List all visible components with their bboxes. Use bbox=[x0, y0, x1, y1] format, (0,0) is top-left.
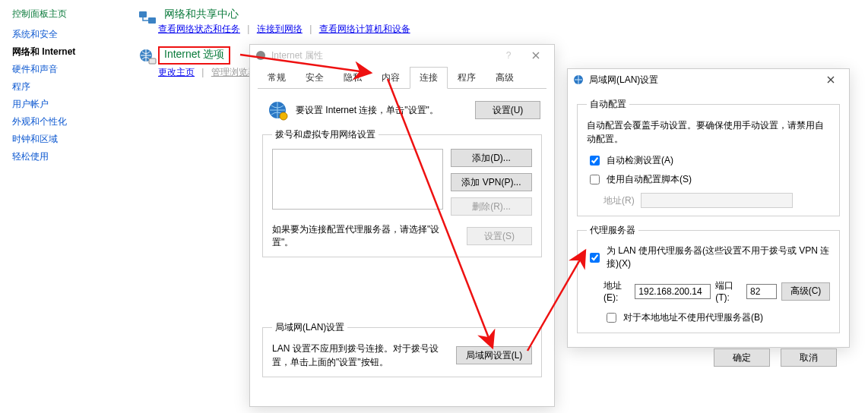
sidebar-item-ease-of-access[interactable]: 轻松使用 bbox=[12, 150, 122, 163]
globe-icon bbox=[267, 99, 288, 121]
sidebar-item-programs[interactable]: 程序 bbox=[12, 80, 122, 93]
cancel-button[interactable]: 取消 bbox=[781, 348, 837, 367]
lan-settings-button[interactable]: 局域网设置(L) bbox=[456, 346, 532, 364]
svg-point-6 bbox=[280, 112, 287, 120]
script-address-input bbox=[641, 193, 793, 208]
remove-button: 删除(R)... bbox=[451, 197, 532, 216]
script-address-label: 地址(R) bbox=[603, 194, 635, 207]
lan-close-button[interactable] bbox=[817, 71, 844, 89]
link-view-network-status[interactable]: 查看网络状态和任务 bbox=[158, 24, 240, 34]
tab-connections[interactable]: 连接 bbox=[410, 67, 448, 89]
proxy-port-input[interactable] bbox=[746, 284, 777, 299]
dialog-icon bbox=[255, 49, 267, 61]
bypass-local-checkbox[interactable]: 对于本地地址不使用代理服务器(B) bbox=[603, 311, 763, 325]
proxy-note: 如果要为连接配置代理服务器，请选择"设置"。 bbox=[272, 223, 459, 249]
tab-advanced[interactable]: 高级 bbox=[486, 67, 524, 89]
internet-options-icon bbox=[137, 46, 158, 68]
settings-button: 设置(S) bbox=[467, 227, 532, 245]
svg-rect-0 bbox=[139, 11, 147, 17]
lan-note: LAN 设置不应用到拨号连接。对于拨号设置，单击上面的"设置"按钮。 bbox=[272, 342, 448, 369]
use-script-input[interactable] bbox=[590, 175, 600, 184]
use-proxy-checkbox[interactable]: 为 LAN 使用代理服务器(这些设置不用于拨号或 VPN 连接)(X) bbox=[587, 244, 830, 270]
advanced-button[interactable]: 高级(C) bbox=[781, 282, 830, 301]
help-button[interactable]: ? bbox=[495, 46, 522, 65]
auto-config-legend: 自动配置 bbox=[587, 98, 629, 111]
sidebar-item-network-internet[interactable]: 网络和 Internet bbox=[12, 46, 122, 58]
sidebar-item-hardware-sound[interactable]: 硬件和声音 bbox=[12, 63, 122, 76]
tab-privacy[interactable]: 隐私 bbox=[334, 67, 372, 89]
tab-security[interactable]: 安全 bbox=[296, 67, 334, 89]
close-button[interactable] bbox=[522, 46, 550, 65]
sidebar-item-clock-region[interactable]: 时钟和区域 bbox=[12, 133, 122, 146]
lan-dialog-titlebar[interactable]: 局域网(LAN)设置 bbox=[568, 69, 849, 90]
sidebar-item-appearance[interactable]: 外观和个性化 bbox=[12, 115, 122, 128]
tab-content[interactable]: 内容 bbox=[372, 67, 410, 89]
tab-programs[interactable]: 程序 bbox=[448, 67, 486, 89]
tab-general[interactable]: 常规 bbox=[258, 67, 296, 89]
dialog-title: Internet 属性 bbox=[271, 49, 323, 62]
link-connect-to-network[interactable]: 连接到网络 bbox=[257, 24, 303, 34]
proxy-legend: 代理服务器 bbox=[587, 224, 638, 237]
dialog-titlebar[interactable]: Internet 属性 ? bbox=[250, 45, 554, 66]
dialup-legend: 拨号和虚拟专用网络设置 bbox=[272, 128, 379, 141]
lan-dialog-icon bbox=[572, 74, 584, 86]
add-vpn-button[interactable]: 添加 VPN(P)... bbox=[451, 173, 532, 191]
lan-settings-group: 局域网(LAN)设置 LAN 设置不应用到拨号连接。对于拨号设置，单击上面的"设… bbox=[262, 321, 542, 377]
proxy-address-label: 地址(E): bbox=[603, 279, 630, 303]
link-view-network-computers[interactable]: 查看网络计算机和设备 bbox=[319, 24, 410, 34]
setup-button[interactable]: 设置(U) bbox=[475, 101, 540, 119]
internet-options-title[interactable]: Internet 选项 bbox=[164, 48, 224, 60]
proxy-server-group: 代理服务器 为 LAN 使用代理服务器(这些设置不用于拨号或 VPN 连接)(X… bbox=[577, 224, 840, 333]
proxy-address-input[interactable] bbox=[635, 284, 711, 299]
add-button[interactable]: 添加(D)... bbox=[451, 149, 532, 167]
lan-legend: 局域网(LAN)设置 bbox=[272, 321, 347, 334]
internet-options-highlight: Internet 选项 bbox=[158, 46, 230, 65]
network-center-title[interactable]: 网络和共享中心 bbox=[164, 8, 410, 21]
auto-detect-checkbox[interactable]: 自动检测设置(A) bbox=[587, 153, 673, 168]
ok-button[interactable]: 确定 bbox=[714, 348, 770, 367]
tabs: 常规 安全 隐私 内容 连接 程序 高级 bbox=[258, 66, 546, 89]
use-script-checkbox[interactable]: 使用自动配置脚本(S) bbox=[587, 172, 692, 187]
auto-config-note: 自动配置会覆盖手动设置。要确保使用手动设置，请禁用自动配置。 bbox=[587, 118, 830, 146]
internet-properties-dialog: Internet 属性 ? 常规 安全 隐私 内容 连接 程序 高级 要设置 I… bbox=[249, 44, 555, 407]
auto-detect-input[interactable] bbox=[590, 156, 600, 166]
lan-dialog-title: 局域网(LAN)设置 bbox=[589, 74, 658, 87]
sidebar-item-system-security[interactable]: 系统和安全 bbox=[12, 28, 122, 41]
link-change-home-page[interactable]: 更改主页 bbox=[158, 67, 195, 77]
lan-settings-dialog: 局域网(LAN)设置 自动配置 自动配置会覆盖手动设置。要确保使用手动设置，请禁… bbox=[567, 68, 850, 348]
sidebar-item-user-accounts[interactable]: 用户帐户 bbox=[12, 98, 122, 111]
control-panel-sidebar: 控制面板主页 系统和安全 网络和 Internet 硬件和声音 程序 用户帐户 … bbox=[0, 0, 122, 168]
sidebar-header: 控制面板主页 bbox=[12, 8, 122, 20]
network-center-icon bbox=[137, 8, 158, 29]
dialup-vpn-group: 拨号和虚拟专用网络设置 添加(D)... 添加 VPN(P)... 删除(R).… bbox=[262, 128, 542, 257]
svg-point-4 bbox=[256, 51, 265, 60]
setup-text: 要设置 Internet 连接，单击"设置"。 bbox=[296, 104, 475, 117]
bypass-local-input[interactable] bbox=[607, 313, 616, 323]
use-proxy-input[interactable] bbox=[590, 253, 600, 263]
proxy-port-label: 端口(T): bbox=[715, 279, 742, 303]
svg-rect-3 bbox=[149, 58, 156, 64]
auto-config-group: 自动配置 自动配置会覆盖手动设置。要确保使用手动设置，请禁用自动配置。 自动检测… bbox=[577, 98, 840, 216]
connections-listbox[interactable] bbox=[272, 149, 443, 210]
